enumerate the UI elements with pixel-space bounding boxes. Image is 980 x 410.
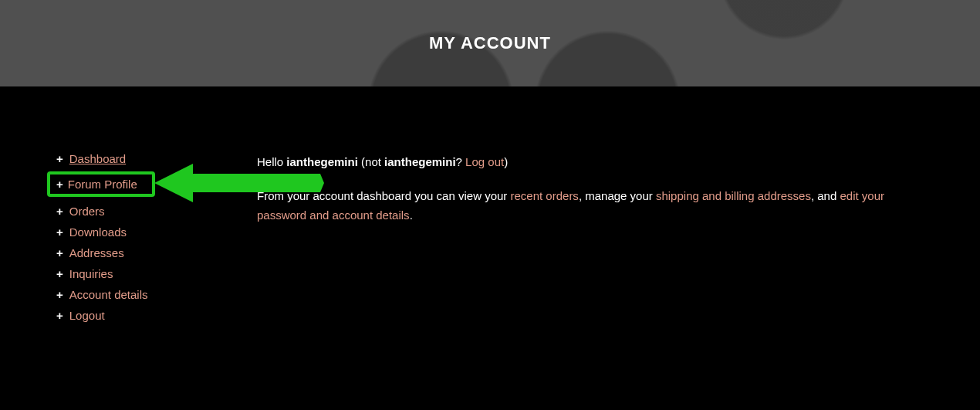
dash-text-1: From your account dashboard you can view… (257, 189, 511, 202)
nav-link-addresses[interactable]: Addresses (69, 246, 124, 259)
logout-link[interactable]: Log out (465, 155, 504, 168)
nav-link-inquiries[interactable]: Inquiries (69, 267, 113, 280)
nav-link-downloads[interactable]: Downloads (69, 225, 127, 239)
content-area: + Dashboard + Forum Profile + Orders (0, 86, 980, 330)
nav-item-dashboard[interactable]: + Dashboard (56, 152, 257, 165)
plus-icon: + (56, 288, 63, 301)
nav-link-orders[interactable]: Orders (69, 205, 105, 218)
greeting-hello: Hello (257, 155, 286, 168)
greeting-username: ianthegemini (286, 155, 358, 168)
plus-icon: + (56, 246, 63, 259)
nav-item-addresses[interactable]: + Addresses (56, 246, 257, 259)
nav-item-downloads[interactable]: + Downloads (56, 225, 257, 239)
plus-icon: + (56, 225, 63, 239)
plus-icon: + (56, 309, 63, 322)
plus-icon: + (56, 205, 63, 218)
plus-icon: + (56, 178, 63, 191)
dash-text-3: , and (811, 189, 840, 202)
plus-icon: + (56, 267, 63, 280)
nav-item-orders[interactable]: + Orders (56, 205, 257, 218)
nav-link-forum-profile[interactable]: Forum Profile (68, 178, 137, 191)
dash-text-2: , manage your (579, 189, 656, 202)
greeting-not-open: (not (358, 155, 384, 168)
account-sidebar: + Dashboard + Forum Profile + Orders (56, 152, 257, 330)
dashboard-content: Hello ianthegemini (not ianthegemini? Lo… (257, 152, 924, 330)
nav-item-account-details[interactable]: + Account details (56, 288, 257, 301)
dashboard-description: From your account dashboard you can view… (257, 186, 924, 225)
nav-link-logout[interactable]: Logout (69, 309, 105, 322)
plus-icon: + (56, 152, 63, 165)
dash-text-4: . (410, 208, 413, 222)
nav-link-dashboard[interactable]: Dashboard (69, 152, 126, 165)
greeting-text: Hello ianthegemini (not ianthegemini? Lo… (257, 152, 924, 172)
greeting-end: ) (504, 155, 508, 168)
greeting-not-close: ? (456, 155, 466, 168)
header-banner: MY ACCOUNT (0, 0, 980, 86)
addresses-link[interactable]: shipping and billing addresses (656, 189, 811, 202)
page-title: MY ACCOUNT (429, 33, 551, 53)
recent-orders-link[interactable]: recent orders (511, 189, 579, 202)
greeting-username2: ianthegemini (384, 155, 456, 168)
nav-item-inquiries[interactable]: + Inquiries (56, 267, 257, 280)
nav-link-account-details[interactable]: Account details (69, 288, 148, 301)
nav-item-logout[interactable]: + Logout (56, 309, 257, 322)
nav-item-forum-profile[interactable]: + Forum Profile (47, 171, 155, 197)
